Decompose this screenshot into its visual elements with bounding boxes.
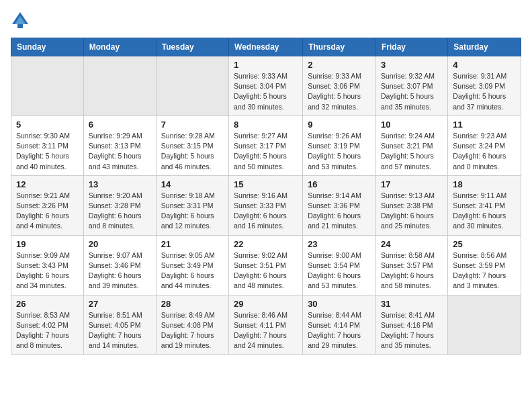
calendar-week-3: 12Sunrise: 9:21 AM Sunset: 3:26 PM Dayli… — [11, 175, 521, 235]
day-info: Sunrise: 8:53 AM Sunset: 4:02 PM Dayligh… — [16, 310, 79, 351]
header-saturday: Saturday — [448, 38, 521, 56]
day-number: 7 — [161, 120, 224, 130]
day-number: 2 — [308, 60, 371, 70]
day-number: 20 — [89, 239, 151, 249]
calendar-cell: 16Sunrise: 9:14 AM Sunset: 3:36 PM Dayli… — [303, 175, 376, 235]
day-number: 15 — [234, 179, 298, 189]
day-info: Sunrise: 9:07 AM Sunset: 3:46 PM Dayligh… — [89, 250, 151, 291]
day-number: 31 — [381, 299, 443, 309]
calendar-cell: 15Sunrise: 9:16 AM Sunset: 3:33 PM Dayli… — [229, 175, 303, 235]
day-info: Sunrise: 9:02 AM Sunset: 3:51 PM Dayligh… — [234, 250, 298, 291]
day-info: Sunrise: 8:51 AM Sunset: 4:05 PM Dayligh… — [89, 310, 151, 351]
day-number: 28 — [161, 299, 224, 309]
calendar-cell: 25Sunrise: 8:56 AM Sunset: 3:59 PM Dayli… — [448, 235, 521, 295]
calendar-cell: 23Sunrise: 9:00 AM Sunset: 3:54 PM Dayli… — [303, 235, 376, 295]
day-number: 5 — [16, 120, 79, 130]
calendar-week-1: 1Sunrise: 9:33 AM Sunset: 3:04 PM Daylig… — [11, 56, 521, 116]
calendar-cell: 9Sunrise: 9:26 AM Sunset: 3:19 PM Daylig… — [303, 116, 376, 175]
day-number: 19 — [16, 239, 79, 249]
day-info: Sunrise: 9:30 AM Sunset: 3:11 PM Dayligh… — [16, 131, 79, 172]
calendar-cell: 8Sunrise: 9:27 AM Sunset: 3:17 PM Daylig… — [229, 116, 303, 175]
day-number: 25 — [453, 239, 516, 249]
header-wednesday: Wednesday — [229, 38, 303, 56]
day-info: Sunrise: 9:31 AM Sunset: 3:09 PM Dayligh… — [453, 71, 516, 112]
header-thursday: Thursday — [303, 38, 376, 56]
day-number: 1 — [234, 60, 298, 70]
day-info: Sunrise: 9:21 AM Sunset: 3:26 PM Dayligh… — [16, 191, 79, 232]
calendar-cell: 22Sunrise: 9:02 AM Sunset: 3:51 PM Dayli… — [229, 235, 303, 295]
calendar-cell: 24Sunrise: 8:58 AM Sunset: 3:57 PM Dayli… — [375, 235, 447, 295]
day-number: 8 — [234, 120, 298, 130]
logo-icon — [11, 11, 30, 30]
day-info: Sunrise: 8:46 AM Sunset: 4:11 PM Dayligh… — [234, 310, 298, 351]
day-info: Sunrise: 9:05 AM Sunset: 3:49 PM Dayligh… — [161, 250, 224, 291]
calendar-cell: 14Sunrise: 9:18 AM Sunset: 3:31 PM Dayli… — [156, 175, 228, 235]
calendar-cell: 17Sunrise: 9:13 AM Sunset: 3:38 PM Dayli… — [375, 175, 447, 235]
day-number: 21 — [161, 239, 224, 249]
day-info: Sunrise: 9:20 AM Sunset: 3:28 PM Dayligh… — [89, 191, 151, 232]
calendar-cell: 11Sunrise: 9:23 AM Sunset: 3:24 PM Dayli… — [448, 116, 521, 175]
calendar-cell: 1Sunrise: 9:33 AM Sunset: 3:04 PM Daylig… — [229, 56, 303, 116]
day-number: 22 — [234, 239, 298, 249]
logo — [11, 11, 32, 30]
calendar-cell: 2Sunrise: 9:33 AM Sunset: 3:06 PM Daylig… — [303, 56, 376, 116]
day-info: Sunrise: 9:27 AM Sunset: 3:17 PM Dayligh… — [234, 131, 298, 172]
calendar-week-4: 19Sunrise: 9:09 AM Sunset: 3:43 PM Dayli… — [11, 235, 521, 295]
day-number: 24 — [381, 239, 443, 249]
calendar-cell: 12Sunrise: 9:21 AM Sunset: 3:26 PM Dayli… — [11, 175, 84, 235]
day-number: 4 — [453, 60, 516, 70]
day-info: Sunrise: 8:58 AM Sunset: 3:57 PM Dayligh… — [381, 250, 443, 291]
calendar-cell: 4Sunrise: 9:31 AM Sunset: 3:09 PM Daylig… — [448, 56, 521, 116]
header-friday: Friday — [375, 38, 447, 56]
header-tuesday: Tuesday — [156, 38, 228, 56]
day-number: 23 — [308, 239, 371, 249]
header-sunday: Sunday — [11, 38, 84, 56]
calendar-cell: 21Sunrise: 9:05 AM Sunset: 3:49 PM Dayli… — [156, 235, 228, 295]
day-info: Sunrise: 9:28 AM Sunset: 3:15 PM Dayligh… — [161, 131, 224, 172]
day-number: 14 — [161, 179, 224, 189]
day-info: Sunrise: 9:13 AM Sunset: 3:38 PM Dayligh… — [381, 191, 443, 232]
day-info: Sunrise: 9:23 AM Sunset: 3:24 PM Dayligh… — [453, 131, 516, 172]
day-info: Sunrise: 9:32 AM Sunset: 3:07 PM Dayligh… — [381, 71, 443, 112]
day-number: 27 — [89, 299, 151, 309]
day-number: 10 — [381, 120, 443, 130]
day-info: Sunrise: 8:44 AM Sunset: 4:14 PM Dayligh… — [308, 310, 371, 351]
day-info: Sunrise: 9:00 AM Sunset: 3:54 PM Dayligh… — [308, 250, 371, 291]
calendar-cell: 3Sunrise: 9:32 AM Sunset: 3:07 PM Daylig… — [375, 56, 447, 116]
day-number: 11 — [453, 120, 516, 130]
svg-rect-2 — [17, 24, 23, 28]
calendar-cell: 26Sunrise: 8:53 AM Sunset: 4:02 PM Dayli… — [11, 295, 84, 355]
calendar-cell: 19Sunrise: 9:09 AM Sunset: 3:43 PM Dayli… — [11, 235, 84, 295]
day-info: Sunrise: 9:29 AM Sunset: 3:13 PM Dayligh… — [89, 131, 151, 172]
day-info: Sunrise: 9:09 AM Sunset: 3:43 PM Dayligh… — [16, 250, 79, 291]
day-info: Sunrise: 9:24 AM Sunset: 3:21 PM Dayligh… — [381, 131, 443, 172]
day-info: Sunrise: 8:49 AM Sunset: 4:08 PM Dayligh… — [161, 310, 224, 351]
day-number: 18 — [453, 179, 516, 189]
calendar-cell — [448, 295, 521, 355]
calendar-cell: 13Sunrise: 9:20 AM Sunset: 3:28 PM Dayli… — [83, 175, 156, 235]
day-info: Sunrise: 9:33 AM Sunset: 3:06 PM Dayligh… — [308, 71, 371, 112]
calendar-cell: 31Sunrise: 8:41 AM Sunset: 4:16 PM Dayli… — [375, 295, 447, 355]
day-number: 9 — [308, 120, 371, 130]
calendar-header-row: SundayMondayTuesdayWednesdayThursdayFrid… — [11, 38, 521, 56]
calendar-cell: 27Sunrise: 8:51 AM Sunset: 4:05 PM Dayli… — [83, 295, 156, 355]
day-number: 12 — [16, 179, 79, 189]
calendar-cell: 20Sunrise: 9:07 AM Sunset: 3:46 PM Dayli… — [83, 235, 156, 295]
page-header — [11, 11, 521, 30]
day-number: 3 — [381, 60, 443, 70]
calendar-cell — [83, 56, 156, 116]
day-number: 16 — [308, 179, 371, 189]
calendar-cell: 5Sunrise: 9:30 AM Sunset: 3:11 PM Daylig… — [11, 116, 84, 175]
day-info: Sunrise: 9:16 AM Sunset: 3:33 PM Dayligh… — [234, 191, 298, 232]
day-info: Sunrise: 9:33 AM Sunset: 3:04 PM Dayligh… — [234, 71, 298, 112]
day-info: Sunrise: 9:26 AM Sunset: 3:19 PM Dayligh… — [308, 131, 371, 172]
calendar-cell: 28Sunrise: 8:49 AM Sunset: 4:08 PM Dayli… — [156, 295, 228, 355]
day-number: 30 — [308, 299, 371, 309]
day-number: 26 — [16, 299, 79, 309]
calendar-cell — [11, 56, 84, 116]
header-monday: Monday — [83, 38, 156, 56]
calendar-table: SundayMondayTuesdayWednesdayThursdayFrid… — [11, 38, 521, 355]
day-number: 17 — [381, 179, 443, 189]
day-info: Sunrise: 8:41 AM Sunset: 4:16 PM Dayligh… — [381, 310, 443, 351]
day-number: 13 — [89, 179, 151, 189]
